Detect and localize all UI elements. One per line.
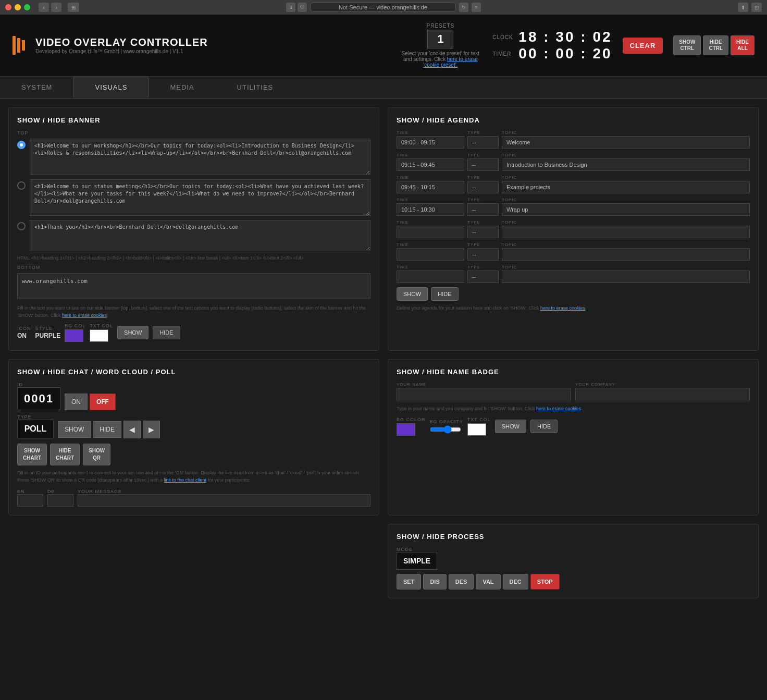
banner-bottom-input[interactable] <box>17 273 370 299</box>
agenda-type-cell-6: TYPE <box>467 242 499 261</box>
menu-button[interactable]: ≡ <box>472 3 481 12</box>
banner-option-3 <box>17 220 370 251</box>
presets-input[interactable] <box>427 30 453 48</box>
radio-1[interactable] <box>17 141 26 149</box>
agenda-time-input-7[interactable] <box>397 271 464 283</box>
radio-3[interactable] <box>17 222 26 230</box>
agenda-type-input-7[interactable] <box>467 271 499 283</box>
agenda-type-input-2[interactable] <box>467 158 499 171</box>
your-company-input[interactable] <box>575 388 750 401</box>
badge-bg-color-swatch[interactable] <box>397 423 415 436</box>
share-button[interactable]: ⬆ <box>738 3 748 12</box>
chat-hide-button[interactable]: HIDE <box>93 421 121 438</box>
banner-text-1[interactable] <box>30 139 370 175</box>
banner-show-button[interactable]: SHOW <box>117 326 149 339</box>
agenda-hide-button[interactable]: HIDE <box>431 287 458 301</box>
process-stop-button[interactable]: STOP <box>530 574 560 590</box>
maximize-button[interactable] <box>24 4 30 10</box>
tab-utilities[interactable]: UTILITIES <box>216 77 295 98</box>
show-chart-button[interactable]: SHOWCHART <box>17 444 47 465</box>
logo-bar-3 <box>22 40 25 51</box>
bg-color-swatch[interactable] <box>65 329 83 342</box>
agenda-show-button[interactable]: SHOW <box>397 287 428 301</box>
show-qr-button[interactable]: SHOWQR <box>83 444 110 465</box>
chat-show-button[interactable]: SHOW <box>58 421 91 438</box>
badge-hide-button[interactable]: HIDE <box>530 420 558 433</box>
agenda-time-input-1[interactable] <box>397 136 464 149</box>
banner-text-3[interactable] <box>30 220 370 251</box>
agenda-panel: SHOW / HIDE AGENDA TIME TYPE TOPIC TIME <box>388 107 759 351</box>
show-ctrl-button[interactable]: SHOWCTRL <box>673 35 701 55</box>
agenda-time-input-4[interactable] <box>397 203 464 216</box>
process-val-button[interactable]: VAL <box>476 574 500 590</box>
agenda-topic-cell-6: TOPIC <box>502 242 750 261</box>
forward-button[interactable]: › <box>51 3 61 12</box>
timer-row: TIMER 00 : 00 : 20 <box>492 45 612 62</box>
txt-color-swatch[interactable] <box>90 329 108 342</box>
badge-opacity-slider[interactable] <box>430 425 461 434</box>
agenda-topic-cell-5: TOPIC <box>502 220 750 238</box>
agenda-time-input-6[interactable] <box>397 248 464 261</box>
hide-chart-button[interactable]: HIDECHART <box>50 444 80 465</box>
lang-en-input[interactable] <box>17 494 43 507</box>
banner-text-2[interactable] <box>30 179 370 216</box>
badge-show-button[interactable]: SHOW <box>495 420 526 433</box>
tab-system[interactable]: SYSTEM <box>0 77 73 98</box>
close-button[interactable] <box>5 4 11 10</box>
minimize-button[interactable] <box>15 4 21 10</box>
badge-note-link[interactable]: here to erase cookies <box>536 406 581 411</box>
name-badge-panel: SHOW / HIDE NAME BADGE YOUR NAME YOUR CO… <box>388 359 759 515</box>
lang-de-input[interactable] <box>47 494 73 507</box>
process-dec-button[interactable]: DEC <box>503 574 528 590</box>
fill-hint-link[interactable]: here to erase cookies <box>62 313 107 318</box>
fullscreen-button[interactable]: ⊡ <box>751 3 762 12</box>
hide-all-button[interactable]: HIDEALL <box>731 35 754 55</box>
chat-on-button[interactable]: ON <box>65 394 88 410</box>
clear-button[interactable]: CLEAR <box>623 38 663 54</box>
radio-2[interactable] <box>17 181 26 190</box>
agenda-topic-input-3[interactable] <box>502 181 750 193</box>
agenda-note-link[interactable]: here to erase cookies <box>540 305 585 311</box>
agenda-type-input-4[interactable] <box>467 203 499 216</box>
badge-txt-color-swatch[interactable] <box>467 423 486 436</box>
tab-visuals[interactable]: VISUALS <box>73 77 149 98</box>
agenda-time-input-3[interactable] <box>397 181 464 193</box>
agenda-topic-input-6[interactable] <box>502 248 750 261</box>
agenda-topic-input-2[interactable] <box>502 158 750 171</box>
agenda-type-input-6[interactable] <box>467 248 499 261</box>
back-button[interactable]: ‹ <box>39 3 49 12</box>
info-icon[interactable]: ℹ <box>286 3 295 12</box>
prev-type-button[interactable]: ◀ <box>123 421 141 438</box>
process-mode-group: MODE SIMPLE <box>397 547 750 570</box>
agenda-type-input-1[interactable] <box>467 136 499 149</box>
next-type-button[interactable]: ▶ <box>143 421 160 438</box>
tab-media[interactable]: MEDIA <box>149 77 215 98</box>
window-controls[interactable] <box>5 4 30 10</box>
agenda-type-input-5[interactable] <box>467 226 499 238</box>
agenda-topic-input-7[interactable] <box>502 271 750 283</box>
agenda-topic-input-1[interactable] <box>502 136 750 149</box>
agenda-topic-input-5[interactable] <box>502 226 750 238</box>
msg-input[interactable] <box>78 494 370 507</box>
agenda-time-input-2[interactable] <box>397 158 464 171</box>
grid-button[interactable]: ⊞ <box>68 3 79 12</box>
chat-off-button[interactable]: OFF <box>90 394 116 410</box>
agenda-topic-input-4[interactable] <box>502 203 750 216</box>
hide-ctrl-button[interactable]: HIDECTRL <box>703 35 728 55</box>
shield-icon[interactable]: 🛡 <box>298 3 307 12</box>
chat-id-display[interactable]: 0001 <box>17 387 60 410</box>
process-set-button[interactable]: SET <box>397 574 421 590</box>
your-name-input[interactable] <box>397 388 571 401</box>
nav-buttons[interactable]: ‹ › <box>39 3 61 12</box>
logo-bar-1 <box>13 36 16 55</box>
title-bar-right[interactable]: ⬆ ⊡ <box>738 3 762 12</box>
chat-note-link[interactable]: link to the chat client <box>164 477 207 483</box>
agenda-type-input-3[interactable] <box>467 181 499 193</box>
process-des-button[interactable]: DES <box>449 574 474 590</box>
process-dis-button[interactable]: DIS <box>423 574 446 590</box>
reload-button[interactable]: ↻ <box>459 3 468 12</box>
agenda-time-cell-4: TIME <box>397 198 464 216</box>
banner-hide-button[interactable]: HIDE <box>153 326 180 339</box>
agenda-time-input-5[interactable] <box>397 226 464 238</box>
agenda-topic-cell-7: TOPIC <box>502 265 750 283</box>
